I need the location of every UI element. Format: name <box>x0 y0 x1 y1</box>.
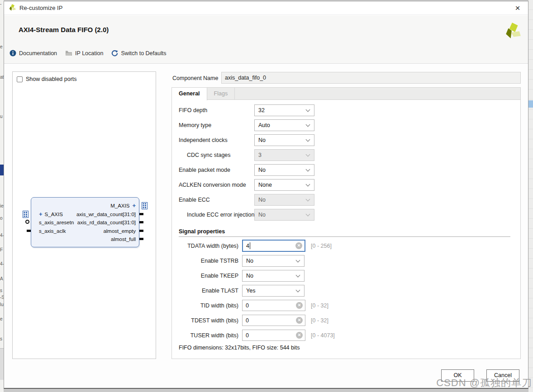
row-label: Memory type <box>179 119 211 131</box>
dialog-header: AXI4-Stream Data FIFO (2.0) Documentatio… <box>4 15 528 64</box>
input-value: 4 <box>243 243 249 249</box>
csdn-watermark: CSDN @孤独的单刀 <box>436 376 532 390</box>
port-label: almost_empty <box>103 228 136 234</box>
toolbar: Documentation IP Location Switch to Defa… <box>10 50 166 57</box>
dropdown-select[interactable]: None <box>254 179 314 191</box>
ip-symbol-panel: Show disabled ports M_AXIS+axis_wr_data_… <box>12 71 156 359</box>
range-hint: [0 - 256] <box>311 240 332 252</box>
row-label: Include ECC error injection <box>187 209 254 221</box>
text-input[interactable]: 0✕ <box>242 330 305 341</box>
clear-icon[interactable]: ✕ <box>296 317 303 324</box>
background-text-fragment: - <box>0 1 1 6</box>
dropdown-select[interactable]: Yes <box>242 285 305 297</box>
range-hint: [0 - 4073] <box>311 330 335 341</box>
ip-block-diagram: M_AXIS+axis_wr_data_count[31:0]axis_rd_d… <box>31 197 139 247</box>
dropdown-select[interactable]: No <box>254 209 314 221</box>
port-stub <box>139 221 143 223</box>
dialog-titlebar: Re-customize IP × <box>4 1 528 15</box>
clear-icon[interactable]: ✕ <box>296 302 303 309</box>
tab-general[interactable]: General <box>172 88 207 100</box>
input-value: 0 <box>243 317 249 324</box>
ip-location-button[interactable]: IP Location <box>65 50 103 57</box>
expand-plus-icon[interactable]: + <box>132 203 136 208</box>
input-value: 0 <box>243 302 249 309</box>
select-value: 3 <box>255 152 262 158</box>
background-navy-block <box>0 165 4 175</box>
row-label: Independent clocks <box>179 134 228 146</box>
text-input[interactable]: 0✕ <box>242 300 305 311</box>
dropdown-select[interactable]: Auto <box>254 119 314 131</box>
background-text-fragment: ie <box>0 203 4 208</box>
reset-ring-icon <box>25 220 29 224</box>
interface-icon <box>142 202 148 211</box>
dropdown-select[interactable]: No <box>254 164 314 176</box>
background-text-fragment: s <box>0 336 2 341</box>
background-text-fragment: o <box>0 216 3 221</box>
dialog-title: Re-customize IP <box>19 1 62 15</box>
chevron-down-icon <box>306 167 310 172</box>
chevron-down-icon <box>306 197 310 202</box>
background-window-right-sliver <box>528 0 533 392</box>
dropdown-select[interactable]: No <box>254 134 314 146</box>
row-label: TUSER width (bits) <box>176 330 238 341</box>
dropdown-select[interactable]: No <box>242 270 305 282</box>
port-label: s_axis_aresetn <box>39 219 74 226</box>
text-input[interactable]: 0✕ <box>242 315 305 326</box>
show-disabled-ports-checkbox[interactable] <box>17 76 23 82</box>
component-name-label: Component Name <box>172 72 218 84</box>
select-value: No <box>255 212 266 218</box>
dropdown-select[interactable]: No <box>242 255 305 267</box>
port-label: almost_empty <box>103 228 136 234</box>
switch-to-defaults-button[interactable]: Switch to Defaults <box>111 50 166 57</box>
expand-plus-icon[interactable]: + <box>39 212 43 217</box>
switch-to-defaults-label: Switch to Defaults <box>121 50 166 57</box>
port-stub <box>139 230 143 232</box>
row-label: Enable TSTRB <box>176 255 238 267</box>
clear-icon[interactable]: ✕ <box>295 242 302 249</box>
chevron-down-icon <box>296 288 300 293</box>
signal-properties-title: Signal properties <box>179 228 225 235</box>
port-stub <box>139 238 143 240</box>
text-input[interactable]: 4✕ <box>242 240 305 252</box>
config-tab-container: General Flags FIFO depth32Memory typeAut… <box>171 87 521 359</box>
background-text-fragment: 4- <box>0 261 4 266</box>
refresh-icon <box>111 50 118 57</box>
dropdown-select[interactable]: 3 <box>254 149 314 161</box>
background-text-fragment: e <box>0 316 3 321</box>
port-label: s_axis_aclk <box>39 228 66 234</box>
select-value: Auto <box>255 122 270 128</box>
row-label: CDC sync stages <box>187 149 231 161</box>
dropdown-select[interactable]: 32 <box>254 104 314 116</box>
text-caret <box>250 242 250 249</box>
range-hint: [0 - 32] <box>311 315 328 326</box>
background-gray-box <box>0 348 4 380</box>
tab-flags[interactable]: Flags <box>207 88 235 100</box>
clear-icon[interactable]: ✕ <box>296 332 303 339</box>
port-interface: M_AXIS+ <box>110 203 136 209</box>
close-icon[interactable]: × <box>512 2 523 14</box>
documentation-button[interactable]: Documentation <box>10 50 57 57</box>
range-hint: [0 - 32] <box>311 300 328 312</box>
show-disabled-ports-label: Show disabled ports <box>26 76 77 82</box>
dropdown-select[interactable]: No <box>254 194 314 206</box>
port-label: almost_full <box>111 236 136 242</box>
select-value: No <box>255 197 266 203</box>
row-label: Enable ECC <box>179 194 210 206</box>
row-label: Enable packet mode <box>179 164 230 176</box>
chevron-down-icon <box>306 137 310 142</box>
select-value: No <box>243 258 253 264</box>
chevron-down-icon <box>306 108 310 112</box>
chevron-down-icon <box>296 273 300 278</box>
port-stub <box>27 230 31 232</box>
background-text-fragment: A <box>0 276 3 281</box>
port-label: axis_wr_data_count[31:0] <box>76 211 136 217</box>
select-value: Yes <box>243 288 255 294</box>
select-value: No <box>243 273 253 279</box>
component-name-field[interactable]: axis_data_fifo_0 <box>221 72 521 84</box>
show-disabled-ports-row: Show disabled ports <box>17 76 77 82</box>
dialog-body: Show disabled ports M_AXIS+axis_wr_data_… <box>4 64 528 388</box>
row-label: Enable TKEEP <box>176 270 238 282</box>
port-label: almost_full <box>111 236 136 242</box>
chevron-down-icon <box>296 258 300 263</box>
row-label: FIFO depth <box>179 104 207 116</box>
